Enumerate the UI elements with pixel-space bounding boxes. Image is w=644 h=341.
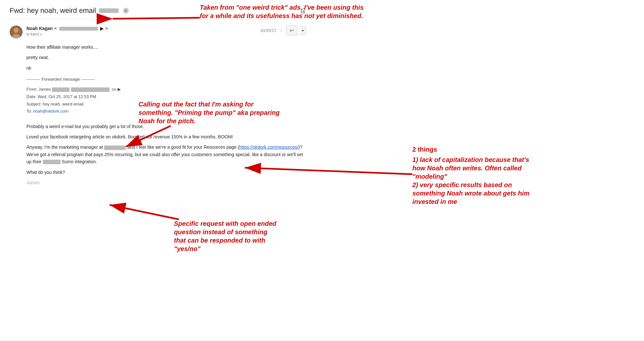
annotation-right-title: 2 things xyxy=(412,145,631,154)
to-line: to karol ▾ xyxy=(26,32,256,36)
sender-name: Noah Kagan xyxy=(26,26,53,31)
fwd-from-co: .co xyxy=(111,87,116,92)
sender-name-line: Noah Kagan < ▶ > xyxy=(26,25,256,31)
forwarded-label: ---------- Forwarded message ---------- xyxy=(26,76,306,83)
body-para-3: Anyway, I'm the marketing manager at , a… xyxy=(26,144,306,165)
to-dropdown[interactable]: ▾ xyxy=(40,33,42,36)
email-meta: 10/25/17 ☆ ↩ ▾ xyxy=(260,25,306,35)
from-blur2 xyxy=(71,87,110,92)
email-subject-text: Fwd: hey noah, weird email xyxy=(10,6,96,15)
fwd-to-label: To: xyxy=(26,109,33,114)
annotation-bottom: Specific request with open ended questio… xyxy=(174,219,335,253)
resources-link[interactable]: https://okdork.com/resources/ xyxy=(239,145,299,150)
body-line-1: How their affiliate manager works.... xyxy=(26,44,306,51)
annotation-right-body: 1) lack of capitalization because that's… xyxy=(412,155,631,206)
more-options-button[interactable]: ▾ xyxy=(300,26,306,35)
email-header: Noah Kagan < ▶ > to karol ▾ 10/25/17 ☆ ↩… xyxy=(10,25,306,38)
annotation-top-right-text: Taken from "one weird trick" ads. I've b… xyxy=(200,4,364,19)
annotation-top-right: Taken from "one weird trick" ads. I've b… xyxy=(200,3,367,20)
to-label: to karol xyxy=(26,32,39,36)
company-blur xyxy=(104,145,125,150)
star-icon[interactable]: ☆ xyxy=(279,27,284,34)
body-line-2: pretty neat. xyxy=(26,54,306,61)
fwd-from-arrow: ▶ xyxy=(118,87,121,92)
fwd-date: Date: Wed, Oct 25, 2017 at 12:53 PM xyxy=(26,94,306,100)
svg-point-1 xyxy=(14,28,19,33)
body-para-4: What do you think? xyxy=(26,169,306,176)
annotation-middle-text: Calling out the fact that I'm asking for… xyxy=(139,101,280,125)
annotation-bottom-text: Specific request with open ended questio… xyxy=(174,220,276,252)
body-para-2: Loved your facebook retargeting article … xyxy=(26,133,306,140)
email-container: Fwd: hey noah, weird email ✕ 🖨 Noah Kaga… xyxy=(0,0,316,196)
annotation-middle: Calling out the fact that I'm asking for… xyxy=(139,100,287,125)
sender-email-blur xyxy=(59,27,98,31)
sign-off: James xyxy=(26,179,306,186)
avatar xyxy=(10,25,23,38)
annotation-right: 2 things 1) lack of capitalization becau… xyxy=(412,145,631,206)
reply-button[interactable]: ↩ xyxy=(286,25,297,35)
fwd-from-label: From: James xyxy=(26,87,52,92)
subject-blur xyxy=(99,8,119,13)
body-line-3: nk xyxy=(26,65,306,72)
close-button[interactable]: ✕ xyxy=(123,8,129,14)
product-blur xyxy=(43,160,61,164)
email-date: 10/25/17 xyxy=(260,28,276,33)
from-blur1 xyxy=(52,87,70,92)
sender-info: Noah Kagan < ▶ > to karol ▾ xyxy=(26,25,256,36)
svg-line-7 xyxy=(110,205,179,219)
fwd-from: From: James .co ▶ xyxy=(26,86,306,93)
fwd-to-email[interactable]: noah@okdork.com xyxy=(33,109,68,114)
